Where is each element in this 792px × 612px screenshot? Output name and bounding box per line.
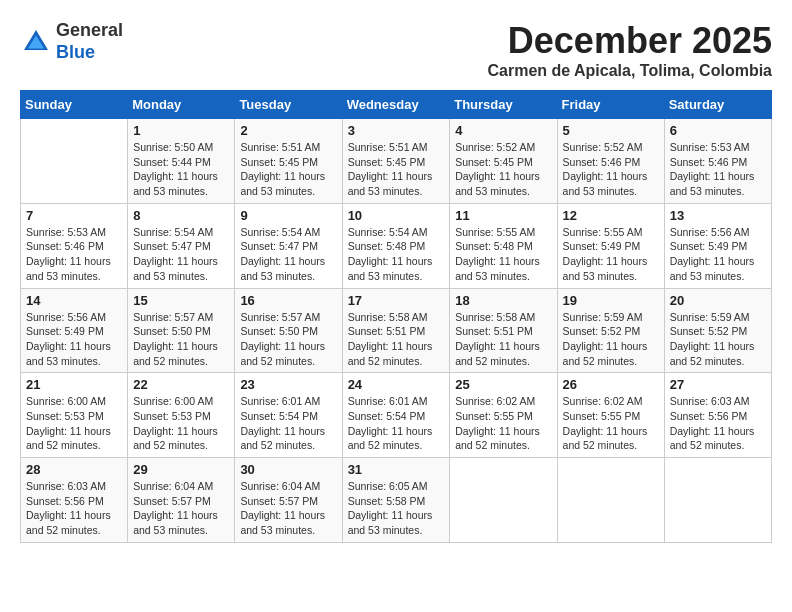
header-day-saturday: Saturday [664, 91, 771, 119]
day-info: Sunrise: 6:00 AM Sunset: 5:53 PM Dayligh… [26, 394, 122, 453]
day-number: 25 [455, 377, 551, 392]
calendar-week-1: 1Sunrise: 5:50 AM Sunset: 5:44 PM Daylig… [21, 119, 772, 204]
day-info: Sunrise: 6:04 AM Sunset: 5:57 PM Dayligh… [240, 479, 336, 538]
day-info: Sunrise: 5:59 AM Sunset: 5:52 PM Dayligh… [563, 310, 659, 369]
calendar-cell [450, 458, 557, 543]
calendar-body: 1Sunrise: 5:50 AM Sunset: 5:44 PM Daylig… [21, 119, 772, 543]
day-info: Sunrise: 5:54 AM Sunset: 5:47 PM Dayligh… [240, 225, 336, 284]
day-number: 23 [240, 377, 336, 392]
header-row: SundayMondayTuesdayWednesdayThursdayFrid… [21, 91, 772, 119]
calendar-cell: 31Sunrise: 6:05 AM Sunset: 5:58 PM Dayli… [342, 458, 450, 543]
day-number: 12 [563, 208, 659, 223]
day-number: 7 [26, 208, 122, 223]
calendar-cell: 15Sunrise: 5:57 AM Sunset: 5:50 PM Dayli… [128, 288, 235, 373]
day-info: Sunrise: 5:51 AM Sunset: 5:45 PM Dayligh… [348, 140, 445, 199]
day-info: Sunrise: 5:52 AM Sunset: 5:46 PM Dayligh… [563, 140, 659, 199]
day-info: Sunrise: 5:50 AM Sunset: 5:44 PM Dayligh… [133, 140, 229, 199]
day-info: Sunrise: 6:03 AM Sunset: 5:56 PM Dayligh… [670, 394, 766, 453]
calendar-cell: 17Sunrise: 5:58 AM Sunset: 5:51 PM Dayli… [342, 288, 450, 373]
calendar-cell: 23Sunrise: 6:01 AM Sunset: 5:54 PM Dayli… [235, 373, 342, 458]
day-number: 14 [26, 293, 122, 308]
calendar-cell: 22Sunrise: 6:00 AM Sunset: 5:53 PM Dayli… [128, 373, 235, 458]
day-info: Sunrise: 5:55 AM Sunset: 5:49 PM Dayligh… [563, 225, 659, 284]
header-day-monday: Monday [128, 91, 235, 119]
day-info: Sunrise: 5:51 AM Sunset: 5:45 PM Dayligh… [240, 140, 336, 199]
calendar-cell: 8Sunrise: 5:54 AM Sunset: 5:47 PM Daylig… [128, 203, 235, 288]
calendar-table: SundayMondayTuesdayWednesdayThursdayFrid… [20, 90, 772, 543]
day-number: 3 [348, 123, 445, 138]
day-info: Sunrise: 5:53 AM Sunset: 5:46 PM Dayligh… [670, 140, 766, 199]
calendar-week-3: 14Sunrise: 5:56 AM Sunset: 5:49 PM Dayli… [21, 288, 772, 373]
calendar-cell: 1Sunrise: 5:50 AM Sunset: 5:44 PM Daylig… [128, 119, 235, 204]
day-number: 31 [348, 462, 445, 477]
day-number: 1 [133, 123, 229, 138]
day-info: Sunrise: 6:02 AM Sunset: 5:55 PM Dayligh… [455, 394, 551, 453]
calendar-cell: 20Sunrise: 5:59 AM Sunset: 5:52 PM Dayli… [664, 288, 771, 373]
day-number: 4 [455, 123, 551, 138]
day-number: 9 [240, 208, 336, 223]
calendar-cell: 29Sunrise: 6:04 AM Sunset: 5:57 PM Dayli… [128, 458, 235, 543]
logo-blue: Blue [56, 42, 123, 64]
header-day-friday: Friday [557, 91, 664, 119]
day-info: Sunrise: 6:04 AM Sunset: 5:57 PM Dayligh… [133, 479, 229, 538]
day-number: 13 [670, 208, 766, 223]
calendar-cell: 7Sunrise: 5:53 AM Sunset: 5:46 PM Daylig… [21, 203, 128, 288]
calendar-cell: 10Sunrise: 5:54 AM Sunset: 5:48 PM Dayli… [342, 203, 450, 288]
calendar-cell: 18Sunrise: 5:58 AM Sunset: 5:51 PM Dayli… [450, 288, 557, 373]
day-number: 22 [133, 377, 229, 392]
day-info: Sunrise: 5:52 AM Sunset: 5:45 PM Dayligh… [455, 140, 551, 199]
calendar-cell: 27Sunrise: 6:03 AM Sunset: 5:56 PM Dayli… [664, 373, 771, 458]
month-year-title: December 2025 [487, 20, 772, 62]
calendar-week-5: 28Sunrise: 6:03 AM Sunset: 5:56 PM Dayli… [21, 458, 772, 543]
day-number: 10 [348, 208, 445, 223]
calendar-header: SundayMondayTuesdayWednesdayThursdayFrid… [21, 91, 772, 119]
day-info: Sunrise: 5:58 AM Sunset: 5:51 PM Dayligh… [348, 310, 445, 369]
calendar-cell: 12Sunrise: 5:55 AM Sunset: 5:49 PM Dayli… [557, 203, 664, 288]
day-number: 16 [240, 293, 336, 308]
day-number: 2 [240, 123, 336, 138]
calendar-cell: 21Sunrise: 6:00 AM Sunset: 5:53 PM Dayli… [21, 373, 128, 458]
day-info: Sunrise: 6:01 AM Sunset: 5:54 PM Dayligh… [348, 394, 445, 453]
day-number: 6 [670, 123, 766, 138]
location-title: Carmen de Apicala, Tolima, Colombia [487, 62, 772, 80]
calendar-cell: 9Sunrise: 5:54 AM Sunset: 5:47 PM Daylig… [235, 203, 342, 288]
calendar-cell: 28Sunrise: 6:03 AM Sunset: 5:56 PM Dayli… [21, 458, 128, 543]
day-number: 20 [670, 293, 766, 308]
calendar-cell: 2Sunrise: 5:51 AM Sunset: 5:45 PM Daylig… [235, 119, 342, 204]
header-day-tuesday: Tuesday [235, 91, 342, 119]
calendar-cell: 5Sunrise: 5:52 AM Sunset: 5:46 PM Daylig… [557, 119, 664, 204]
calendar-cell [557, 458, 664, 543]
header-day-wednesday: Wednesday [342, 91, 450, 119]
calendar-cell: 13Sunrise: 5:56 AM Sunset: 5:49 PM Dayli… [664, 203, 771, 288]
day-number: 15 [133, 293, 229, 308]
day-number: 24 [348, 377, 445, 392]
day-number: 30 [240, 462, 336, 477]
day-info: Sunrise: 6:02 AM Sunset: 5:55 PM Dayligh… [563, 394, 659, 453]
calendar-week-4: 21Sunrise: 6:00 AM Sunset: 5:53 PM Dayli… [21, 373, 772, 458]
day-info: Sunrise: 5:59 AM Sunset: 5:52 PM Dayligh… [670, 310, 766, 369]
day-info: Sunrise: 6:01 AM Sunset: 5:54 PM Dayligh… [240, 394, 336, 453]
day-number: 19 [563, 293, 659, 308]
day-info: Sunrise: 6:05 AM Sunset: 5:58 PM Dayligh… [348, 479, 445, 538]
logo: General Blue [20, 20, 123, 63]
day-info: Sunrise: 5:57 AM Sunset: 5:50 PM Dayligh… [240, 310, 336, 369]
calendar-cell: 6Sunrise: 5:53 AM Sunset: 5:46 PM Daylig… [664, 119, 771, 204]
day-info: Sunrise: 5:55 AM Sunset: 5:48 PM Dayligh… [455, 225, 551, 284]
day-number: 17 [348, 293, 445, 308]
calendar-cell: 25Sunrise: 6:02 AM Sunset: 5:55 PM Dayli… [450, 373, 557, 458]
calendar-cell: 30Sunrise: 6:04 AM Sunset: 5:57 PM Dayli… [235, 458, 342, 543]
day-number: 11 [455, 208, 551, 223]
day-number: 8 [133, 208, 229, 223]
calendar-cell: 16Sunrise: 5:57 AM Sunset: 5:50 PM Dayli… [235, 288, 342, 373]
day-number: 18 [455, 293, 551, 308]
day-info: Sunrise: 5:54 AM Sunset: 5:47 PM Dayligh… [133, 225, 229, 284]
day-number: 27 [670, 377, 766, 392]
day-number: 26 [563, 377, 659, 392]
calendar-cell: 14Sunrise: 5:56 AM Sunset: 5:49 PM Dayli… [21, 288, 128, 373]
calendar-cell: 11Sunrise: 5:55 AM Sunset: 5:48 PM Dayli… [450, 203, 557, 288]
logo-general: General [56, 20, 123, 42]
day-info: Sunrise: 6:00 AM Sunset: 5:53 PM Dayligh… [133, 394, 229, 453]
calendar-cell: 26Sunrise: 6:02 AM Sunset: 5:55 PM Dayli… [557, 373, 664, 458]
day-info: Sunrise: 6:03 AM Sunset: 5:56 PM Dayligh… [26, 479, 122, 538]
header-day-thursday: Thursday [450, 91, 557, 119]
